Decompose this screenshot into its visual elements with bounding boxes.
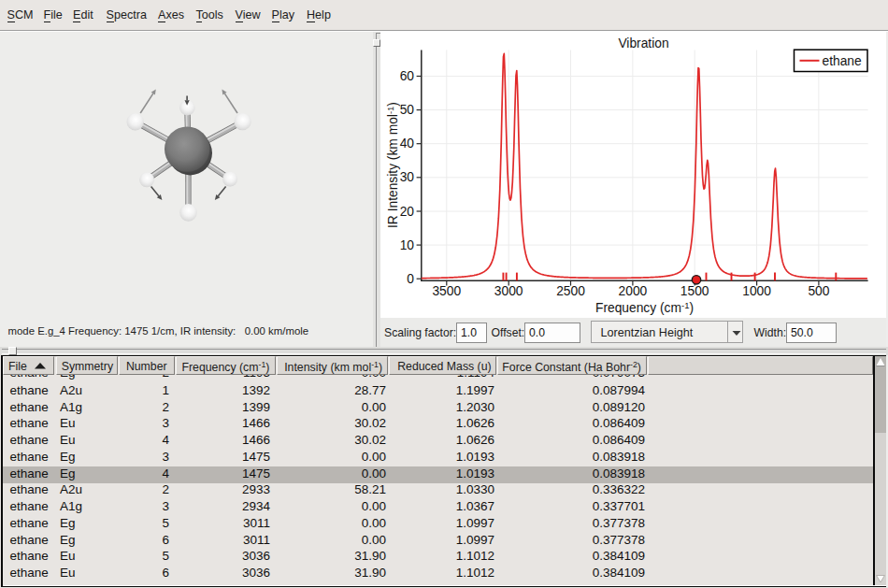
svg-text:60: 60: [400, 69, 415, 83]
svg-text:50: 50: [400, 103, 415, 117]
svg-text:3500: 3500: [432, 284, 461, 298]
svg-text:Vibration: Vibration: [618, 36, 668, 50]
svg-text:0: 0: [407, 272, 414, 286]
svg-text:IR Intensity (km mol-1): IR Intensity (km mol-1): [385, 102, 401, 228]
svg-text:2500: 2500: [556, 284, 585, 298]
svg-text:40: 40: [400, 136, 415, 151]
svg-text:3000: 3000: [494, 284, 523, 298]
svg-text:1500: 1500: [680, 284, 709, 298]
svg-text:30: 30: [400, 170, 415, 184]
svg-text:500: 500: [808, 284, 829, 298]
svg-text:10: 10: [400, 238, 415, 252]
svg-text:1000: 1000: [742, 284, 771, 298]
svg-text:ethane: ethane: [823, 54, 863, 68]
svg-text:2000: 2000: [619, 284, 648, 298]
svg-text:20: 20: [400, 205, 415, 219]
svg-text:Frequency (cm-1): Frequency (cm-1): [595, 300, 694, 316]
